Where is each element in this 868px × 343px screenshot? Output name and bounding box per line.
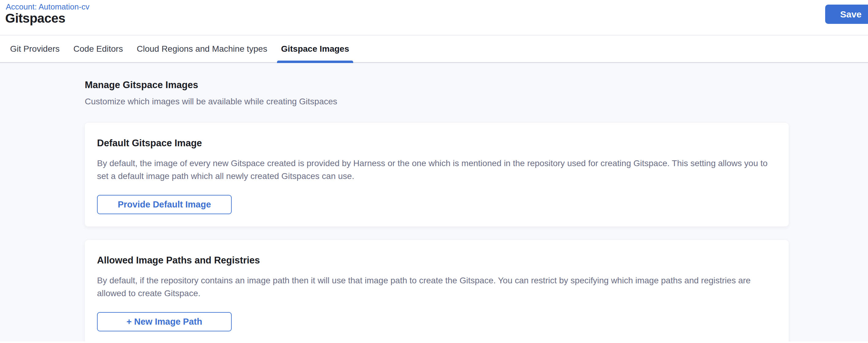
section-subtitle: Customize which images will be available… <box>85 95 868 108</box>
active-tab-indicator <box>277 61 353 63</box>
default-gitspace-image-card: Default Gitspace Image By default, the i… <box>85 122 789 227</box>
section-header: Manage Gitspace Images Customize which i… <box>0 63 868 108</box>
card-title: Default Gitspace Image <box>97 137 776 149</box>
content-area: Manage Gitspace Images Customize which i… <box>0 63 868 341</box>
page-header: Account: Automation-cv Gitspaces Save <box>0 0 868 35</box>
save-button[interactable]: Save <box>825 5 868 24</box>
tab-git-providers[interactable]: Git Providers <box>10 35 60 62</box>
provide-default-image-button[interactable]: Provide Default Image <box>97 195 232 214</box>
tab-label: Cloud Regions and Machine types <box>137 44 267 54</box>
allowed-image-paths-card: Allowed Image Paths and Registries By de… <box>85 240 789 341</box>
tab-label: Git Providers <box>10 44 60 54</box>
tab-gitspace-images[interactable]: Gitspace Images <box>281 35 349 62</box>
tab-label: Code Editors <box>73 44 123 54</box>
card-description: By default, the image of every new Gitsp… <box>97 157 772 183</box>
card-title: Allowed Image Paths and Registries <box>97 255 776 266</box>
section-title: Manage Gitspace Images <box>85 79 868 91</box>
tab-label: Gitspace Images <box>281 44 349 54</box>
tab-code-editors[interactable]: Code Editors <box>73 35 123 62</box>
card-description: By default, if the repository contains a… <box>97 274 772 300</box>
account-breadcrumb-link[interactable]: Account: Automation-cv <box>6 2 89 12</box>
new-image-path-button[interactable]: + New Image Path <box>97 312 232 331</box>
tab-cloud-regions-machine-types[interactable]: Cloud Regions and Machine types <box>137 35 267 62</box>
page-title: Gitspaces <box>5 11 65 26</box>
settings-tab-bar: Git Providers Code Editors Cloud Regions… <box>0 35 868 63</box>
